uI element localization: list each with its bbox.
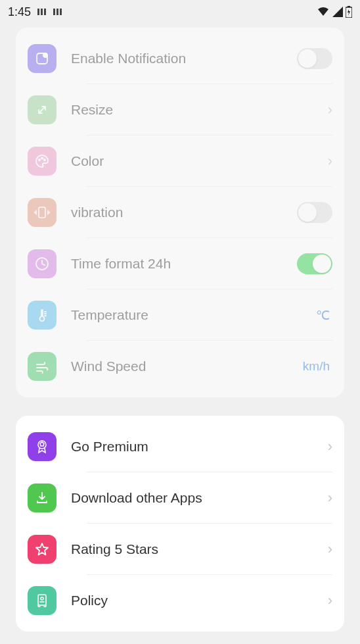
premium-icon [28,432,56,461]
row-vibration[interactable]: vibration [16,187,344,238]
row-label: Go Premium [71,439,328,455]
row-enable-notification[interactable]: Enable Notification [16,33,344,84]
chevron-right-icon: › [328,489,332,507]
resize-icon [28,95,56,124]
row-label: Color [71,153,328,169]
row-resize[interactable]: Resize › [16,84,344,136]
svg-point-10 [39,159,40,161]
status-notif-icon [37,7,47,16]
row-download-apps[interactable]: Download other Apps › [16,472,344,524]
vibration-icon [28,198,56,227]
chevron-right-icon: › [328,101,332,118]
clock-icon [28,249,56,278]
policy-icon [28,586,56,615]
svg-point-12 [44,159,45,161]
thermometer-icon [28,301,56,330]
notification-icon [28,44,56,73]
svg-rect-4 [56,9,58,15]
status-bar: 1:45 [0,0,360,24]
svg-rect-7 [348,6,350,7]
row-label: Temperature [71,307,316,323]
svg-rect-1 [41,9,43,15]
row-label: Time format 24h [71,256,297,272]
chevron-right-icon: › [328,592,332,609]
row-label: Download other Apps [71,490,328,506]
row-go-premium[interactable]: Go Premium › [16,421,344,472]
row-label: Rating 5 Stars [71,541,328,557]
download-icon [28,483,56,512]
toggle-time-format[interactable] [297,253,332,274]
chevron-right-icon: › [328,438,332,455]
temperature-value: ℃ [316,308,330,323]
color-icon [28,147,56,176]
settings-card-1: Enable Notification Resize › Color › vib… [16,28,344,397]
svg-rect-2 [44,9,46,15]
row-label: vibration [71,205,297,220]
row-rating[interactable]: Rating 5 Stars › [16,524,344,575]
row-label: Policy [71,593,328,608]
settings-card-2: Go Premium › Download other Apps › Ratin… [16,416,344,632]
row-color[interactable]: Color › [16,136,344,187]
row-policy[interactable]: Policy › [16,575,344,626]
chevron-right-icon: › [328,541,332,558]
star-icon [28,535,56,564]
svg-point-9 [43,53,47,57]
row-label: Enable Notification [71,51,297,66]
chevron-right-icon: › [328,153,332,170]
svg-point-17 [41,597,43,600]
battery-icon [346,6,352,18]
row-temperature[interactable]: Temperature ℃ [16,289,344,341]
status-notif-icon-2 [53,7,62,16]
svg-rect-0 [37,9,39,15]
svg-point-11 [41,157,43,159]
row-label: Resize [71,102,328,118]
svg-rect-5 [60,9,62,15]
wind-icon [28,352,56,381]
wind-speed-value: km/h [303,359,330,374]
wifi-icon [317,7,330,17]
row-time-format[interactable]: Time format 24h [16,238,344,289]
row-wind-speed[interactable]: Wind Speed km/h [16,341,344,392]
toggle-notification[interactable] [297,48,332,69]
svg-rect-13 [39,207,45,218]
toggle-vibration[interactable] [297,202,332,223]
status-time: 1:45 [8,5,31,19]
row-label: Wind Speed [71,359,303,374]
signal-icon [332,7,343,17]
svg-rect-3 [53,9,55,15]
